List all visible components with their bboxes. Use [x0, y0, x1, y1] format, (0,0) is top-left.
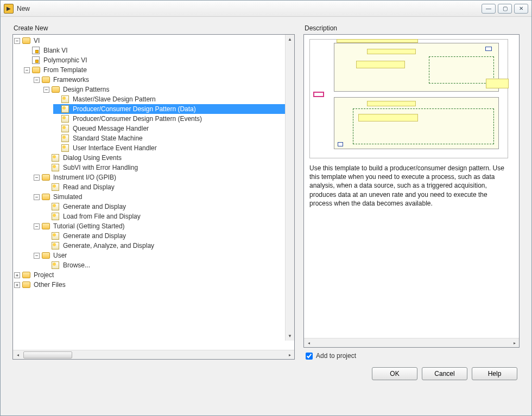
template-icon — [52, 213, 59, 220]
cancel-button[interactable]: Cancel — [422, 367, 467, 380]
tree-node-subvi-error[interactable]: SubVI with Error Handling — [43, 163, 294, 172]
tree-node-simulated[interactable]: −Simulated — [34, 192, 294, 202]
tree-node-instrument-io[interactable]: −Instrument I/O (GPIB) — [34, 172, 294, 182]
tree-node-master-slave[interactable]: Master/Slave Design Pattern — [53, 94, 294, 104]
new-dialog-window: ▶ New — ▢ ✕ Create New ▲ ▼ — [0, 0, 532, 416]
collapse-icon[interactable]: − — [34, 253, 40, 259]
tree-hscrollbar[interactable]: ◂ ▸ — [13, 350, 294, 359]
template-icon — [52, 203, 59, 210]
collapse-icon[interactable]: − — [34, 77, 40, 83]
tree-node-load-file[interactable]: Load from File and Display — [43, 212, 294, 221]
tree-node-producer-consumer-events[interactable]: Producer/Consumer Design Pattern (Events… — [53, 114, 294, 124]
template-icon — [52, 164, 59, 171]
tree-node-ui-event-handler[interactable]: User Interface Event Handler — [53, 143, 294, 153]
folder-icon — [52, 86, 60, 93]
dialog-button-row: OK Cancel Help — [12, 367, 520, 385]
scroll-up-icon[interactable]: ▲ — [286, 35, 294, 44]
tree-node-generate-display-2[interactable]: Generate and Display — [43, 231, 294, 241]
maximize-button[interactable]: ▢ — [498, 4, 512, 14]
tree-node-browse[interactable]: Browse... — [43, 260, 294, 270]
create-new-label: Create New — [14, 24, 295, 32]
collapse-icon[interactable]: − — [24, 67, 30, 73]
template-icon — [52, 242, 59, 249]
description-box: Use this template to build a producer/co… — [303, 34, 520, 348]
scroll-left-icon[interactable]: ◂ — [304, 338, 313, 347]
description-panel: Description — [303, 24, 520, 360]
close-button[interactable]: ✕ — [514, 4, 528, 14]
template-icon — [61, 125, 69, 132]
tree-node-generate-display[interactable]: Generate and Display — [43, 202, 294, 212]
expand-icon[interactable]: + — [14, 272, 20, 278]
description-label: Description — [305, 24, 520, 32]
scroll-thumb[interactable] — [23, 351, 72, 359]
tree-node-polymorphic-vi[interactable]: Polymorphic VI — [24, 55, 294, 65]
collapse-icon[interactable]: − — [34, 175, 40, 181]
expand-icon[interactable]: + — [14, 282, 20, 288]
tree-node-dialog-events[interactable]: Dialog Using Events — [43, 153, 294, 163]
vi-icon — [32, 47, 40, 54]
template-icon — [61, 95, 69, 103]
folder-icon — [42, 76, 50, 83]
titlebar[interactable]: ▶ New — ▢ ✕ — [1, 1, 531, 17]
folder-icon — [42, 174, 50, 181]
scroll-down-icon[interactable]: ▼ — [286, 331, 294, 341]
scroll-right-icon[interactable]: ▸ — [510, 338, 519, 347]
description-text: Use this template to build a producer/co… — [309, 164, 508, 208]
tree-vscrollbar[interactable]: ▲ ▼ — [285, 35, 294, 341]
ok-button[interactable]: OK — [372, 367, 417, 380]
template-tree[interactable]: ▲ ▼ −VI Blank VI Polymorphic VI — [12, 34, 295, 360]
content-area: Create New ▲ ▼ −VI Blank VI — [1, 17, 531, 415]
scroll-right-icon[interactable]: ▸ — [285, 350, 294, 360]
minimize-button[interactable]: — — [482, 4, 496, 14]
template-icon — [52, 183, 59, 191]
add-to-project-checkbox[interactable] — [306, 353, 313, 360]
tree-node-producer-consumer-data[interactable]: Producer/Consumer Design Pattern (Data) — [53, 104, 294, 114]
description-hscrollbar[interactable]: ◂ ▸ — [304, 338, 519, 347]
collapse-icon[interactable]: − — [34, 223, 40, 229]
collapse-icon[interactable]: − — [43, 87, 49, 93]
folder-icon — [22, 37, 30, 44]
vi-icon — [32, 56, 40, 64]
tree-node-generate-analyze-display[interactable]: Generate, Analyze, and Display — [43, 241, 294, 251]
help-button[interactable]: Help — [472, 367, 517, 380]
template-icon — [61, 105, 69, 113]
tree-node-other-files[interactable]: +Other Files — [14, 280, 294, 290]
tree-node-frameworks[interactable]: −Frameworks — [34, 75, 294, 85]
template-icon — [52, 232, 59, 240]
folder-icon — [22, 272, 30, 278]
template-icon — [52, 154, 59, 162]
tree-node-standard-state-machine[interactable]: Standard State Machine — [53, 133, 294, 143]
template-icon — [61, 115, 69, 123]
folder-icon — [42, 223, 50, 229]
tree-node-from-template[interactable]: −From Template — [24, 65, 294, 75]
tree-node-queued-message[interactable]: Queued Message Handler — [53, 124, 294, 133]
folder-icon — [22, 281, 30, 288]
template-icon — [61, 135, 69, 142]
add-to-project-label: Add to project — [316, 352, 356, 360]
collapse-icon[interactable]: − — [14, 38, 20, 44]
scroll-left-icon[interactable]: ◂ — [13, 350, 22, 360]
tree-node-tutorial[interactable]: −Tutorial (Getting Started) — [34, 221, 294, 231]
folder-icon — [42, 252, 50, 259]
folder-icon — [42, 194, 50, 200]
template-icon — [52, 261, 59, 269]
tree-node-read-display[interactable]: Read and Display — [43, 182, 294, 192]
tree-node-design-patterns[interactable]: −Design Patterns — [43, 85, 294, 94]
collapse-icon[interactable]: − — [34, 194, 40, 200]
tree-node-project[interactable]: +Project — [14, 270, 294, 280]
add-to-project-row: Add to project — [303, 352, 520, 360]
tree-node-vi[interactable]: −VI — [14, 36, 294, 46]
tree-node-blank-vi[interactable]: Blank VI — [24, 46, 294, 55]
folder-icon — [32, 67, 40, 73]
tree-node-user[interactable]: −User — [34, 251, 294, 260]
template-preview-image — [309, 39, 508, 158]
labview-app-icon: ▶ — [4, 4, 14, 14]
window-title: New — [17, 5, 30, 12]
template-icon — [61, 144, 69, 152]
create-new-panel: Create New ▲ ▼ −VI Blank VI — [12, 24, 295, 360]
